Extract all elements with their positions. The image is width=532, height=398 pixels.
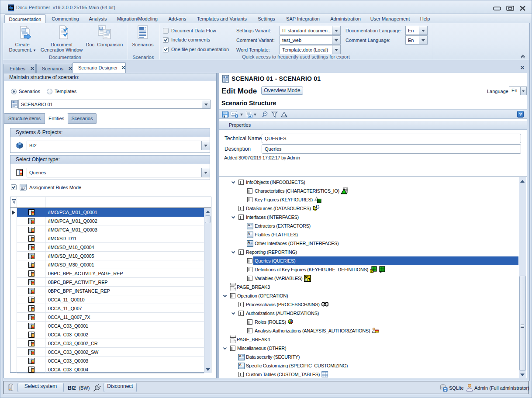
svg-text:dp: dp <box>9 6 13 10</box>
